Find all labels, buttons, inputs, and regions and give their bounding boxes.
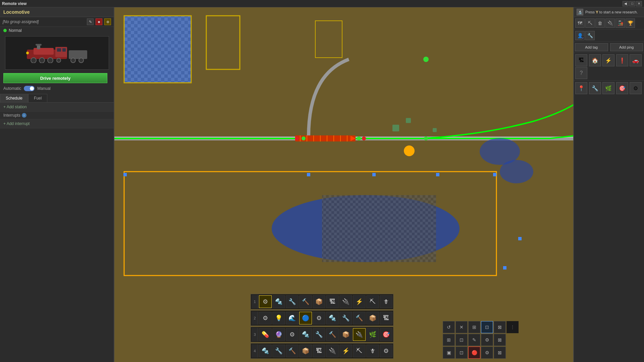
map-icon-resource[interactable]: ⚡ — [602, 54, 614, 66]
action-more[interactable]: ⋮ — [506, 321, 519, 333]
inv-slot-4-6[interactable]: 🔌 — [326, 345, 339, 357]
inv-slot-4-4[interactable]: 📦 — [299, 345, 312, 357]
add-tag-button[interactable]: Add tag — [575, 43, 608, 51]
tab-schedule[interactable]: Schedule — [0, 94, 28, 102]
inv-slot-2-1[interactable]: ⚙ — [259, 312, 272, 324]
group-icon-button[interactable]: ⊕ — [104, 18, 111, 25]
inv-slot-3-8[interactable]: 🔌 — [353, 328, 366, 341]
close-button[interactable]: ✕ — [636, 1, 642, 6]
inv-slot-2-2[interactable]: 💡 — [272, 312, 285, 324]
map-icon-question[interactable]: ? — [575, 67, 587, 79]
inv-slot-4-9[interactable]: 🗡 — [366, 345, 379, 357]
action-config[interactable]: ⚙ — [481, 347, 493, 359]
action-circle[interactable]: ⊡ — [455, 347, 468, 359]
inv-slot-3-10[interactable]: 🎯 — [380, 328, 392, 341]
inv-slot-1-1[interactable]: ⚙ — [259, 295, 272, 308]
inv-slot-2-9[interactable]: 📦 — [366, 312, 379, 324]
inv-slot-1-8[interactable]: ⚡ — [353, 295, 366, 308]
inv-slot-4-8[interactable]: ⛏ — [353, 345, 366, 357]
inv-slot-4-10[interactable]: ⚙ — [380, 345, 392, 357]
inv-slot-3-9[interactable]: 🌿 — [366, 328, 379, 341]
edit-group-button[interactable]: ✎ — [87, 18, 94, 25]
inv-slot-3-4[interactable]: 🔩 — [299, 328, 312, 341]
mode-toggle[interactable] — [24, 86, 35, 91]
add-station-button[interactable]: + Add station — [0, 103, 114, 112]
action-cancel[interactable]: ✕ — [455, 321, 468, 333]
action-row-2: ⊞ ⊡ ✎ ⚙ ⊠ — [443, 334, 519, 346]
inv-slot-3-3[interactable]: ⚙ — [286, 328, 299, 341]
settings-button[interactable]: 🔧 — [585, 31, 595, 40]
map-icon-vehicle[interactable]: 🚗 — [630, 54, 642, 66]
action-row-1: ↺ ✕ ⊞ ⊡ ⊠ ⋮ — [443, 321, 519, 333]
action-expand[interactable]: ⊠ — [494, 334, 506, 346]
map-button[interactable]: 🗺 — [575, 18, 585, 28]
inv-slot-2-8[interactable]: 🔨 — [353, 312, 366, 324]
svg-rect-47 — [322, 195, 436, 262]
tab-fuel[interactable]: Fuel — [28, 94, 47, 102]
inv-slot-1-6[interactable]: 🏗 — [326, 295, 339, 308]
inv-slot-1-5[interactable]: 📦 — [313, 295, 325, 308]
group-color-button[interactable]: ■ — [96, 18, 102, 25]
map-icon-gear[interactable]: ⚙ — [630, 82, 642, 94]
inv-slot-1-3[interactable]: 🔧 — [286, 295, 299, 308]
title-bar: Remote view ◀ □ ✕ — [0, 0, 644, 7]
inv-slot-1-9[interactable]: ⛏ — [366, 295, 379, 308]
action-fullscreen[interactable]: ⊠ — [494, 321, 506, 333]
action-settings[interactable]: ⚙ — [481, 334, 493, 346]
action-edit[interactable]: ✎ — [468, 334, 480, 346]
map-icon-target[interactable]: 🎯 — [616, 82, 628, 94]
expand-button[interactable]: □ — [629, 1, 635, 6]
action-select-all[interactable]: ⊞ — [468, 321, 480, 333]
inv-slot-3-6[interactable]: 🔨 — [326, 328, 339, 341]
action-select[interactable]: ⊞ — [443, 334, 455, 346]
map-icon-player[interactable]: 🏠 — [589, 54, 601, 66]
action-undo[interactable]: ↺ — [443, 321, 455, 333]
build-button[interactable]: ⛏ — [585, 18, 595, 28]
inv-slot-4-7[interactable]: ⚡ — [339, 345, 352, 357]
delete-button[interactable]: 🗑 — [595, 18, 605, 28]
inv-slot-3-7[interactable]: 📦 — [339, 328, 352, 341]
action-box[interactable]: ▣ — [443, 347, 455, 359]
inv-slot-2-10[interactable]: 🏗 — [380, 312, 392, 324]
inv-slot-4-3[interactable]: 🔨 — [286, 345, 299, 357]
add-ping-button[interactable]: Add ping — [610, 43, 643, 51]
achievement-button[interactable]: 🏆 — [626, 18, 635, 28]
svg-point-41 — [404, 145, 415, 156]
inv-slot-2-7[interactable]: 🔧 — [339, 312, 352, 324]
svg-point-40 — [362, 136, 366, 140]
inv-slot-1-2[interactable]: 🔩 — [272, 295, 285, 308]
map-icon-green[interactable]: 🌿 — [602, 82, 614, 94]
left-separator — [114, 7, 114, 362]
inv-slot-1-7[interactable]: 🔌 — [339, 295, 352, 308]
action-close[interactable]: ⊠ — [494, 347, 506, 359]
drive-remotely-button[interactable]: Drive remotely — [3, 73, 107, 83]
inv-slot-1-4[interactable]: 🔨 — [299, 295, 312, 308]
inv-slot-3-5[interactable]: 🔧 — [313, 328, 325, 341]
prev-button[interactable]: ◀ — [623, 1, 629, 6]
svg-rect-10 — [36, 44, 42, 46]
wire-button[interactable]: 🔌 — [605, 18, 615, 28]
map-icon-alert[interactable]: ❗ — [616, 54, 628, 66]
action-alert[interactable]: 🔴 — [468, 347, 480, 359]
inv-slot-2-3[interactable]: 🌊 — [286, 312, 299, 324]
inv-slot-4-2[interactable]: 🔧 — [272, 345, 285, 357]
inv-slot-3-2[interactable]: 🔮 — [272, 328, 285, 341]
map-icon-pin[interactable]: 📍 — [575, 82, 587, 94]
inv-slot-2-5[interactable]: ⚙ — [313, 312, 325, 324]
inv-slot-3-1[interactable]: 💊 — [259, 328, 272, 341]
inv-slot-2-6[interactable]: 🔩 — [326, 312, 339, 324]
locomotive-header: Locomotive — [0, 7, 114, 17]
add-interrupt-button[interactable]: + Add interrupt — [0, 119, 114, 128]
train-button[interactable]: 🚂 — [615, 18, 625, 28]
inv-slot-4-5[interactable]: 🏗 — [313, 345, 325, 357]
svg-point-13 — [71, 58, 75, 63]
inv-slot-4-1[interactable]: 🔩 — [259, 345, 272, 357]
inv-slot-1-10[interactable]: 🗡 — [380, 295, 392, 308]
action-grid[interactable]: ⊡ — [481, 321, 493, 333]
inv-slot-2-4[interactable]: 🔵 — [299, 312, 312, 324]
map-icon-factory[interactable]: 🏗 — [575, 54, 587, 66]
character-button[interactable]: 👤2 — [575, 31, 585, 40]
svg-rect-1 — [34, 48, 54, 55]
action-deselect[interactable]: ⊡ — [455, 334, 468, 346]
map-icon-wrench[interactable]: 🔧 — [589, 82, 601, 94]
